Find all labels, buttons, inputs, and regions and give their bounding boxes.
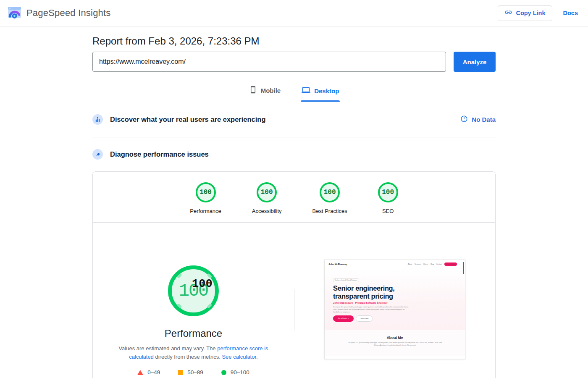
thumb-buttons: Get a Quote → Contact Me [333,315,457,322]
thumb-nav-services: Services [415,263,421,265]
site-screenshot-thumbnail[interactable]: John McElreavey About Services Clients B… [324,260,465,359]
app-title: PageSpeed Insights [26,8,111,18]
disclaimer-text-2: directly from these metrics. [154,354,222,360]
thumb-hero: Northern Ireland, United Kingdom Senior … [325,268,465,330]
pass-circle-icon [221,370,226,375]
field-data-title: Discover what your real users are experi… [110,116,266,123]
performance-disclaimer: Values are estimated and may vary. The p… [116,344,271,361]
thumb-body-text: I've spent 10+ years building web apps, … [333,306,410,313]
tab-desktop-label: Desktop [314,87,339,94]
thumb-nav-blog: Blog [430,263,434,265]
gauge-performance[interactable]: 100 Performance [190,182,221,214]
score-legend: 0–49 50–89 90–100 [93,369,294,375]
no-data-label: No Data [472,116,496,123]
diagnose-title: Diagnose performance issues [110,150,209,158]
thumb-subtitle: John McElreavey · Principal Software Eng… [333,302,457,304]
thumb-contact-button: Contact Me [356,315,373,322]
copy-link-label: Copy Link [516,10,545,16]
laptop-icon [302,86,310,96]
gauge-seo[interactable]: 100 SEO [378,182,398,214]
thumb-nav-contact: Contact [436,263,442,265]
thumb-site-name: John McElreavey [328,263,347,265]
thumb-site-header: John McElreavey About Services Clients B… [325,260,465,268]
legend-fail: 0–49 [137,369,160,375]
thumb-moon-icon: ☾ [459,263,461,265]
info-icon [460,115,468,124]
category-gauges: 100 Performance 100 Accessibility 100 Be… [93,172,495,222]
thumb-about-section: About Me I've spent 10+ years building w… [325,330,465,356]
thumb-headline-2: transparent pricing [333,292,393,300]
field-data-row: Discover what your real users are experi… [92,114,496,125]
device-tabs: Mobile Desktop [92,83,496,102]
performance-big-gauge[interactable]: 100 [168,265,219,316]
smartphone-icon [249,86,257,95]
best-practices-score: 100 [324,189,336,196]
legend-pass: 90–100 [221,369,249,375]
brand[interactable]: PageSpeed Insights [7,5,111,22]
legend-average: 50–89 [178,369,203,375]
copy-link-button[interactable]: Copy Link [498,5,552,21]
metrics-bar: METRICS Expand view [93,375,495,378]
tab-mobile[interactable]: Mobile [248,83,282,102]
report-title: Report from Feb 3, 2026, 7:23:36 PM [92,35,496,47]
average-square-icon [178,370,183,375]
thumb-nav-clients: Clients [423,263,428,265]
fail-range-label: 0–49 [147,369,160,375]
tab-desktop[interactable]: Desktop [301,83,340,102]
thumb-nav-cta: Get a Quote [444,262,457,266]
tab-mobile-label: Mobile [261,87,281,94]
url-input[interactable] [92,52,446,72]
thumb-nav-about: About [408,263,412,265]
thumb-scrollbar [463,262,464,274]
average-range-label: 50–89 [187,369,203,375]
seo-label: SEO [382,208,394,214]
performance-section-title: Performance [93,328,294,339]
diagnose-row: Diagnose performance issues [92,149,496,160]
performance-label: Performance [190,208,221,214]
thumb-headline: Senior engineering,transparent pricing [333,284,457,300]
analyze-button[interactable]: Analyze [454,52,496,72]
docs-link[interactable]: Docs [563,10,578,16]
thumb-about-body: I've spent 10+ years building web apps, … [345,341,445,346]
thumb-quote-button: Get a Quote → [333,315,354,322]
main-content: Report from Feb 3, 2026, 7:23:36 PM Anal… [92,35,496,378]
gauge-accessibility[interactable]: 100 Accessibility [252,182,282,214]
performance-detail: 100 100 Performance Values are estimated… [93,223,495,375]
diagnose-icon [92,149,103,160]
app-header: PageSpeed Insights Copy Link Docs [0,0,588,26]
pass-range-label: 90–100 [231,369,249,375]
thumb-headline-1: Senior engineering, [333,284,394,292]
url-row: Analyze [92,52,496,72]
disclaimer-text-1: Values are estimated and may vary. The [118,345,217,352]
see-calculator-link[interactable]: See calculator. [222,354,257,360]
thumb-about-title: About Me [325,336,465,340]
accessibility-score: 100 [261,189,273,196]
section-divider [92,137,496,137]
performance-score: 100 [200,189,212,196]
seo-score: 100 [382,189,394,196]
no-data-status[interactable]: No Data [460,115,496,124]
accessibility-label: Accessibility [252,208,282,214]
thumb-location-badge: Northern Ireland, United Kingdom [333,278,359,282]
gauge-best-practices[interactable]: 100 Best Practices [312,182,347,214]
real-users-icon [92,114,103,125]
report-card: 100 Performance 100 Accessibility 100 Be… [92,171,496,378]
pagespeed-logo-icon [7,5,22,22]
fail-triangle-icon [137,370,143,375]
best-practices-label: Best Practices [312,208,347,214]
thumb-site-nav: About Services Clients Blog Contact Get … [408,262,461,266]
gauge-hover-value: 100 [192,278,213,290]
link-icon [504,8,512,18]
